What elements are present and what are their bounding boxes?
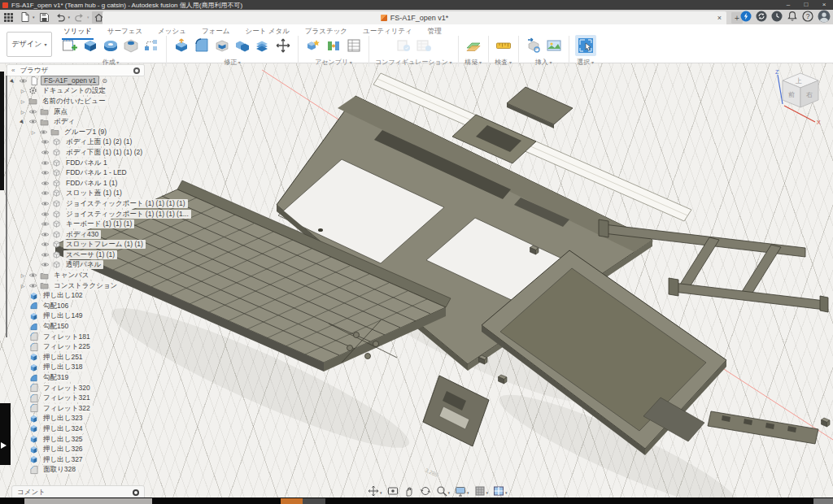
visibility-eye-icon[interactable]: [41, 189, 50, 197]
tree-row[interactable]: ▷ドキュメントの設定: [8, 86, 163, 97]
expander-icon[interactable]: ▶: [19, 117, 28, 126]
press-pull-icon[interactable]: [172, 37, 190, 54]
tree-row[interactable]: ボディ上面 (1) (2) (1): [8, 137, 163, 148]
update-icon[interactable]: [756, 11, 767, 25]
feature-row[interactable]: フィレット321: [8, 393, 163, 403]
maximize-button[interactable]: □: [797, 0, 815, 10]
configuration-table-icon[interactable]: [415, 37, 433, 54]
tab-close-icon[interactable]: ×: [717, 12, 722, 24]
front-panel-part[interactable]: [423, 376, 489, 446]
small-screw-part[interactable]: [318, 228, 323, 232]
tree-row[interactable]: キーボード (1) (1) (1): [8, 219, 163, 229]
measure-icon[interactable]: [495, 37, 512, 54]
shell-icon[interactable]: [213, 37, 231, 54]
file-menu-caret[interactable]: ▾: [33, 15, 35, 20]
job-status-icon[interactable]: [740, 11, 752, 25]
workspace-selector[interactable]: デザイン: [7, 32, 52, 57]
undo-menu-caret[interactable]: ▾: [68, 15, 71, 20]
feature-row[interactable]: 押し出し251: [8, 352, 163, 363]
file-icon[interactable]: [18, 11, 32, 24]
expander-icon[interactable]: ▷: [30, 129, 37, 135]
viewports-icon-caret[interactable]: ▾: [505, 490, 508, 495]
expander-icon[interactable]: ▷: [20, 98, 26, 104]
grid-snap-icon-caret[interactable]: ▾: [486, 490, 489, 495]
clock-icon[interactable]: [771, 11, 783, 25]
active-document-tab[interactable]: FS-A1F_open v1* ×: [102, 11, 726, 24]
expander-icon[interactable]: ▷: [20, 272, 26, 278]
visibility-eye-icon[interactable]: [41, 251, 50, 259]
feature-row[interactable]: 押し出し324: [8, 424, 163, 434]
visibility-eye-icon[interactable]: [39, 128, 48, 136]
redo-icon[interactable]: [72, 11, 86, 24]
activate-component-icon[interactable]: ⊙: [102, 77, 107, 85]
visibility-eye-icon[interactable]: [28, 108, 37, 115]
new-component-icon[interactable]: [304, 37, 322, 54]
extrude-icon[interactable]: [81, 37, 99, 54]
fdd-door-part[interactable]: [507, 87, 573, 128]
tree-row[interactable]: スロットフレーム (1) (1): [8, 240, 163, 250]
revolve-icon[interactable]: [102, 37, 120, 54]
feature-row[interactable]: 面取り328: [8, 465, 163, 476]
minimize-button[interactable]: –: [779, 0, 797, 10]
toolbar-group-label[interactable]: 検査: [495, 58, 512, 67]
insert-derive-icon[interactable]: [525, 37, 543, 54]
visibility-eye-icon[interactable]: [41, 149, 50, 156]
browser-filter-icon[interactable]: [133, 67, 140, 74]
select-icon[interactable]: [575, 35, 596, 56]
display-settings-icon-caret[interactable]: ▾: [467, 490, 469, 495]
feature-row[interactable]: 押し出し318: [8, 363, 163, 373]
toolbar-group-label[interactable]: 選択: [577, 58, 594, 67]
insert-image-icon[interactable]: [545, 37, 563, 54]
expander-icon[interactable]: ▷: [20, 109, 26, 115]
visibility-eye-icon[interactable]: [41, 169, 50, 176]
expander-icon[interactable]: ▷: [20, 88, 26, 93]
feature-row[interactable]: 押し出し327: [8, 454, 163, 465]
tree-row[interactable]: スペーサ (1) (1): [8, 250, 163, 260]
feature-row[interactable]: フィレット320: [8, 383, 163, 393]
comments-settings-icon[interactable]: [133, 489, 139, 496]
tree-row[interactable]: ▷キャンバス: [8, 270, 163, 280]
visibility-eye-icon[interactable]: [41, 220, 50, 228]
save-icon[interactable]: [37, 11, 51, 24]
tree-row[interactable]: ▷原点: [8, 106, 163, 117]
tree-row[interactable]: ジョイスティックポート (1) (1) (1) (1...: [8, 209, 163, 219]
tree-row[interactable]: スロット蓋 (1) (1): [8, 189, 163, 199]
tree-row[interactable]: ▷コンストラクション: [8, 280, 163, 291]
tree-row[interactable]: ボディ430: [8, 229, 163, 240]
tree-row[interactable]: ▷グループ1 (9): [8, 127, 163, 137]
visibility-eye-icon[interactable]: [41, 211, 50, 218]
connector-strip-part[interactable]: [708, 411, 818, 444]
visibility-eye-icon[interactable]: [28, 282, 37, 289]
feature-row[interactable]: 押し出し102: [8, 290, 163, 301]
visibility-eye-icon[interactable]: [41, 180, 50, 187]
feature-row[interactable]: フィレット181: [8, 332, 163, 342]
feature-row[interactable]: 勾配319: [8, 372, 163, 383]
tree-row[interactable]: FDDパネル 1 (1): [8, 178, 163, 189]
tree-row[interactable]: FDDパネル 1 - LED: [8, 167, 163, 178]
redo-menu-caret[interactable]: ▾: [87, 15, 89, 20]
create-sketch-icon[interactable]: [61, 37, 79, 54]
visibility-eye-icon[interactable]: [28, 272, 37, 279]
tree-row[interactable]: ボディ下面 (1) (1) (1) (2): [8, 147, 163, 158]
toolbar-group-label[interactable]: 挿入: [535, 58, 552, 67]
tree-row[interactable]: ▷名前の付いたビュー: [8, 96, 163, 106]
toolbar-group-label[interactable]: アセンブリ: [315, 58, 352, 67]
feature-row[interactable]: フィレット322: [8, 403, 163, 414]
expander-icon[interactable]: ▶: [9, 76, 18, 85]
visibility-eye-icon[interactable]: [28, 118, 37, 125]
undo-icon[interactable]: [54, 11, 68, 24]
notification-bell-icon[interactable]: [787, 11, 798, 25]
toolbar-group-label[interactable]: コンフィギュレーション: [375, 58, 452, 67]
feature-row[interactable]: 勾配106: [8, 301, 163, 311]
feature-row[interactable]: 勾配150: [8, 321, 163, 332]
feature-row[interactable]: 押し出し149: [8, 311, 163, 322]
bom-icon[interactable]: [345, 37, 363, 54]
hole-icon[interactable]: [122, 37, 140, 54]
toolbar-group-label[interactable]: 作成: [102, 58, 120, 67]
offset-face-icon[interactable]: [254, 37, 272, 54]
user-avatar[interactable]: [818, 10, 831, 26]
visibility-eye-icon[interactable]: [41, 138, 50, 146]
configuration-icon[interactable]: [395, 37, 412, 54]
tree-row[interactable]: ▶FS-A1F_open v1⊙: [8, 76, 163, 86]
view-cube[interactable]: Z X 上 前 右: [771, 67, 830, 125]
